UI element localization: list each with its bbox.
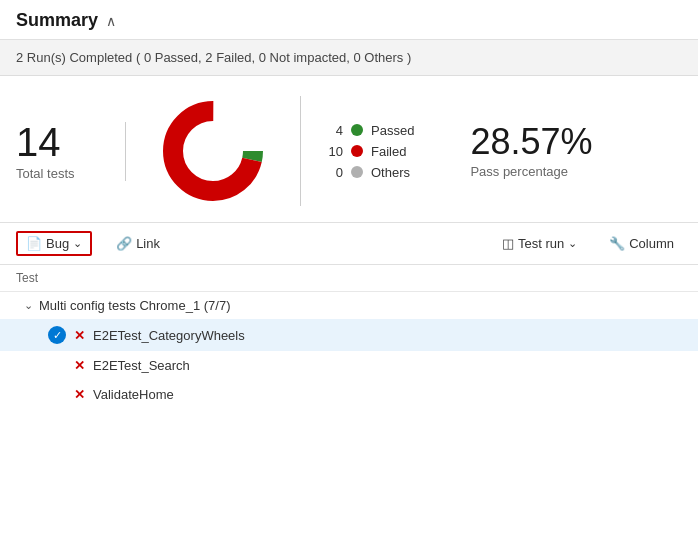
failed-label: Failed — [371, 144, 406, 159]
summary-text: 2 Run(s) Completed ( 0 Passed, 2 Failed,… — [16, 50, 411, 65]
legend-passed: 4 Passed — [325, 123, 414, 138]
test-run-chevron-icon: ⌄ — [568, 237, 577, 250]
test-item[interactable]: ✓ ✕ E2ETest_CategoryWheels — [0, 319, 698, 351]
donut-chart — [126, 96, 301, 206]
bug-button[interactable]: 📄 Bug ⌄ — [16, 231, 92, 256]
test-run-label: Test run — [518, 236, 564, 251]
test-item[interactable]: ✕ E2ETest_Search — [0, 351, 698, 380]
test-list-header: Test — [0, 265, 698, 292]
failed-count: 10 — [325, 144, 343, 159]
donut-svg — [158, 96, 268, 206]
header: Summary ∧ — [0, 0, 698, 40]
failed-dot — [351, 145, 363, 157]
total-label: Total tests — [16, 166, 75, 181]
column-label: Column — [629, 236, 674, 251]
pass-pct-value: 28.57% — [470, 124, 592, 160]
link-icon: 🔗 — [116, 236, 132, 251]
bug-label: Bug — [46, 236, 69, 251]
chevron-up-icon[interactable]: ∧ — [106, 13, 116, 29]
test-item-name: E2ETest_CategoryWheels — [93, 328, 245, 343]
test-item[interactable]: ✕ ValidateHome — [0, 380, 698, 409]
group-chevron-icon: ⌄ — [24, 299, 33, 312]
others-count: 0 — [325, 165, 343, 180]
stats-section: 14 Total tests 4 Passed 10 Failed — [0, 76, 698, 223]
legend-others: 0 Others — [325, 165, 414, 180]
column-icon: 🔧 — [609, 236, 625, 251]
test-item-name: E2ETest_Search — [93, 358, 190, 373]
legend-failed: 10 Failed — [325, 144, 414, 159]
bug-chevron-icon: ⌄ — [73, 237, 82, 250]
link-label: Link — [136, 236, 160, 251]
passed-label: Passed — [371, 123, 414, 138]
selected-check-icon: ✓ — [48, 326, 66, 344]
passed-count: 4 — [325, 123, 343, 138]
page-title: Summary — [16, 10, 98, 31]
pass-pct-label: Pass percentage — [470, 164, 568, 179]
total-count: 14 — [16, 122, 61, 162]
total-tests: 14 Total tests — [16, 122, 126, 181]
link-button[interactable]: 🔗 Link — [108, 232, 168, 255]
group-label: Multi config tests Chrome_1 (7/7) — [39, 298, 230, 313]
others-dot — [351, 166, 363, 178]
column-button[interactable]: 🔧 Column — [601, 232, 682, 255]
test-group[interactable]: ⌄ Multi config tests Chrome_1 (7/7) — [0, 292, 698, 319]
summary-bar: 2 Run(s) Completed ( 0 Passed, 2 Failed,… — [0, 40, 698, 76]
test-column-label: Test — [16, 271, 38, 285]
toolbar-right: ◫ Test run ⌄ 🔧 Column — [494, 232, 682, 255]
fail-icon: ✕ — [74, 328, 85, 343]
toolbar: 📄 Bug ⌄ 🔗 Link ◫ Test run ⌄ 🔧 Column — [0, 223, 698, 265]
donut-hole — [185, 123, 241, 179]
passed-dot — [351, 124, 363, 136]
test-item-name: ValidateHome — [93, 387, 174, 402]
test-run-icon: ◫ — [502, 236, 514, 251]
test-run-button[interactable]: ◫ Test run ⌄ — [494, 232, 585, 255]
bug-file-icon: 📄 — [26, 236, 42, 251]
fail-icon: ✕ — [74, 387, 85, 402]
fail-icon: ✕ — [74, 358, 85, 373]
pass-percentage-section: 28.57% Pass percentage — [438, 124, 592, 179]
others-label: Others — [371, 165, 410, 180]
legend: 4 Passed 10 Failed 0 Others — [301, 123, 438, 180]
